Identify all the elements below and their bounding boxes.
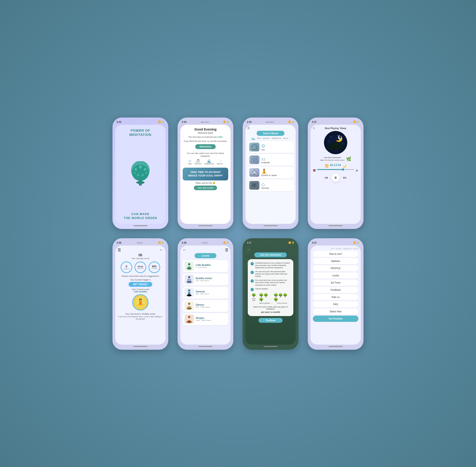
- svg-rect-18: [253, 173, 256, 175]
- zen-levels-button[interactable]: Your Zen Levels: [194, 185, 217, 190]
- mood-zen-card[interactable]: ⊙ Zen: [247, 141, 294, 153]
- tab-zen-8[interactable]: ZEN: [331, 248, 334, 249]
- home-indicator-7: [264, 346, 277, 347]
- progress-bar[interactable]: [317, 169, 354, 170]
- back-arrow-4[interactable]: ←: [356, 127, 358, 130]
- next-level: Your next level is: Buddha Junior: [125, 313, 156, 315]
- sunrise-mood-info: 🧘 Sunrise In Japan: [261, 169, 277, 177]
- next-button[interactable]: ⏭: [343, 176, 347, 180]
- check-item-3: ✓ For every level you cross we plant one…: [251, 279, 290, 286]
- battery-icon-7: 🔋: [292, 242, 294, 244]
- tab-relax[interactable]: RELA...: [283, 137, 290, 140]
- hi-label: Hi: [138, 253, 142, 257]
- menu-feedback[interactable]: Feedback: [313, 287, 358, 293]
- menu-icon-5[interactable]: ☰: [118, 248, 121, 252]
- back-arrow-6[interactable]: ←: [183, 248, 186, 252]
- tree-label-1: Start here: [251, 298, 257, 301]
- movement-icon: 🌿: [346, 156, 351, 162]
- mute-icon[interactable]: 🔇: [313, 169, 316, 172]
- shogun-info: Shogun 1000 - 3000 Hours: [196, 317, 211, 321]
- tree-row: 🌳 Start here 🌳🌳🌳 Build a garden... 🌳🌳🌳🌳 …: [251, 293, 290, 304]
- set-target-button[interactable]: SET TARGET: [129, 282, 152, 287]
- gratitude-mood-name: Gratitude: [261, 161, 270, 164]
- level-samurai[interactable]: Samurai 300 - 600 Hours: [183, 286, 228, 299]
- tab-moods-8[interactable]: MOODS: [336, 248, 342, 249]
- pct-target-value: 80%: [152, 265, 157, 268]
- serenity-mood-name: Serenity: [261, 187, 269, 189]
- join-movement-button[interactable]: Join the movement: [254, 252, 286, 257]
- phone-7-inner: ← Join the movement ✓ Unlimited Access t…: [245, 246, 296, 345]
- phone-5-time: 2:36: [117, 242, 121, 244]
- back-arrow-7[interactable]: ←: [248, 248, 251, 251]
- sunrise-mood-name: Sunrise In Japan: [261, 174, 277, 177]
- ambience-icon: 🌊: [207, 159, 211, 163]
- serenity-thumb: [249, 181, 259, 190]
- menu-levels[interactable]: Levels: [313, 272, 358, 279]
- svg-point-4: [134, 168, 137, 171]
- home-indicator-8: [329, 346, 343, 347]
- svg-rect-30: [333, 147, 335, 151]
- menu-status-now[interactable]: Status Now: [313, 308, 358, 315]
- level-daimyo[interactable]: Daimyo 600 - 1000 Hours: [183, 300, 228, 312]
- tab-all[interactable]: ALL: [251, 137, 255, 140]
- menu-how-to-use[interactable]: How to use?: [313, 251, 358, 257]
- mood-tabs: ALL ZEN MOODS AMBIENCE RELA...: [251, 137, 289, 140]
- awareness-button[interactable]: Awareness: [195, 144, 216, 149]
- calm-link[interactable]: Calm: [218, 136, 223, 138]
- tab-relax-8[interactable]: RELAX: [353, 248, 358, 249]
- tab-moods[interactable]: MOODS: [263, 137, 270, 140]
- prev-button[interactable]: ⏮: [325, 176, 328, 180]
- battery-icon-3: 🔋: [292, 121, 294, 123]
- tab-ambience-8[interactable]: AMBIENCE: [343, 248, 352, 249]
- mood-sunrise-card[interactable]: 🧘 Sunrise In Japan: [247, 167, 294, 178]
- level-shogun[interactable]: Shogun 1000 - 3000 Hours: [183, 313, 228, 325]
- select-mood-button[interactable]: Select Mood: [257, 131, 285, 136]
- svg-point-29: [339, 135, 343, 139]
- tab-zen[interactable]: ZEN: [257, 137, 261, 140]
- menu-rate-us[interactable]: Rate us: [313, 294, 358, 300]
- level-little-buddha[interactable]: Little Buddha 0 - 100 Hours: [183, 260, 228, 272]
- home-indicator-6: [199, 346, 212, 347]
- phone-4-inner: ☰ Now Playing: Sleep ←: [311, 125, 361, 224]
- hamburger-icon[interactable]: ☰: [247, 127, 250, 130]
- phone-8-status: 2:37 📶 🔋: [311, 241, 361, 245]
- cat-zen[interactable]: ⊙ ZEN: [188, 159, 192, 165]
- menu-go-premium[interactable]: Go Premium: [313, 316, 358, 322]
- phone-5-status: 2:36 Search 📶 🔋: [115, 241, 165, 245]
- home-indicator-5: [133, 346, 147, 347]
- buddha-avatar: 🧘: [132, 294, 149, 311]
- back-arrow-5[interactable]: ←: [159, 248, 163, 252]
- cat-ambience[interactable]: 🌊 AMBIENCE: [204, 159, 214, 165]
- buddha-junior-name: Buddha Junior: [196, 277, 212, 280]
- menu-icon-4[interactable]: ☰: [313, 127, 315, 130]
- add-icon[interactable]: 🔁: [325, 164, 328, 168]
- check-circle-3: ✓: [251, 279, 254, 283]
- play-pause-button[interactable]: ⏸: [331, 173, 340, 182]
- menu-icon-6[interactable]: ☰: [225, 248, 228, 252]
- phone-8-time: 2:37: [312, 242, 317, 244]
- mood-serenity-card[interactable]: ◇ Serenity: [247, 180, 294, 191]
- level-buddha-junior[interactable]: Buddha Junior 100 - 300 Hours: [183, 273, 228, 285]
- tab-ambience[interactable]: AMBIENCE: [272, 137, 281, 140]
- moon-icon[interactable]: 🌙: [342, 164, 346, 168]
- suggestion-message: Please come back soon for suggestions!: [122, 275, 159, 277]
- cat-relax[interactable]: ☽ RELAX: [217, 159, 223, 165]
- menu-set-timer[interactable]: Set Timer: [313, 280, 358, 286]
- shogun-name: Shogun: [196, 317, 211, 319]
- battery-icon-2: 🔋: [227, 121, 229, 123]
- menu-statistics[interactable]: Statistics: [313, 258, 358, 264]
- phone-2: 2:34 App Store 📶 🔋 Good Evening Welcome …: [177, 117, 233, 229]
- phone-3-inner: ☰ Select Mood ALL ZEN MOODS AMBIENCE REL…: [245, 125, 296, 224]
- volume-icon[interactable]: 🔊: [356, 169, 358, 172]
- continue-button[interactable]: Continue: [258, 318, 282, 323]
- svg-point-23: [331, 137, 331, 137]
- levels-button[interactable]: Levels: [194, 253, 216, 258]
- little-buddha-hours: 0 - 100 Hours: [196, 266, 211, 268]
- menu-faq[interactable]: FAQ: [313, 301, 358, 308]
- home-indicator-1: [133, 225, 147, 226]
- menu-profile[interactable]: PROFILE: [313, 265, 358, 272]
- svg-point-26: [328, 141, 329, 142]
- cat-moods[interactable]: 🎵 MOODS: [194, 159, 202, 165]
- gratitude-large-icon: ⚏: [261, 156, 270, 161]
- mood-gratitude-card[interactable]: ⚏ Gratitude: [247, 154, 294, 166]
